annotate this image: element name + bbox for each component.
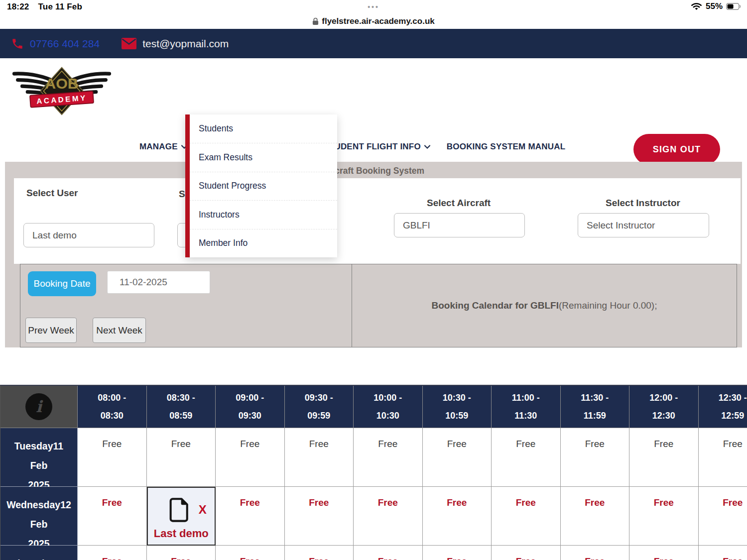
free-slot-cell[interactable]: Free [492, 546, 561, 560]
booked-by-label: Last demo [154, 527, 209, 540]
email-address: test@yopmail.com [142, 38, 229, 50]
booked-slot-cell[interactable]: XLast demo [147, 487, 216, 546]
day-header-cell: Wednesday12Feb2025 [0, 487, 78, 546]
free-slot-cell[interactable]: Free [216, 546, 285, 560]
envelope-icon [122, 38, 136, 49]
sign-out-button[interactable]: SIGN OUT [633, 134, 720, 165]
free-slot-cell[interactable]: Free [423, 546, 492, 560]
free-slot-cell[interactable]: Free [78, 546, 147, 560]
free-slot-cell[interactable]: Free [561, 487, 630, 546]
nav-item-student-flight-info[interactable]: STUDENT FLIGHT INFO [323, 142, 430, 152]
lock-icon [312, 17, 319, 25]
free-slot-cell[interactable]: Free [78, 428, 147, 487]
free-slot-cell[interactable]: Free [699, 428, 747, 487]
phone-link[interactable]: 07766 404 284 [11, 37, 100, 50]
academy-logo[interactable]: AOB ACADEMY [9, 66, 115, 115]
day-header-cell: Thursday13Feb2025 [0, 546, 78, 560]
free-slot-cell[interactable]: Free [561, 428, 630, 487]
booking-date-button[interactable]: Booking Date [28, 271, 96, 296]
date-controls-box: Booking Date 11-02-2025 Prev Week Next W… [20, 264, 352, 347]
nav-item-booking-system-manual[interactable]: BOOKING SYSTEM MANUAL [447, 142, 565, 152]
time-slot-header: 08:00 -08:30 [78, 386, 147, 428]
info-icon: i [25, 393, 52, 420]
contact-bar: 07766 404 284 test@yopmail.com [0, 29, 747, 58]
free-slot-cell[interactable]: Free [699, 546, 747, 560]
phone-icon [11, 37, 24, 50]
calendar-title-aircraft: Booking Calendar for GBLFI [432, 300, 559, 311]
free-slot-cell[interactable]: Free [492, 487, 561, 546]
select-instructor-label: Select Instructor [606, 198, 680, 209]
free-slot-cell[interactable]: Free [354, 487, 423, 546]
free-slot-cell[interactable]: Free [492, 428, 561, 487]
menu-item-exam-results[interactable]: Exam Results [190, 143, 337, 171]
safari-url-bar[interactable]: flyelstree.air-academy.co.uk [0, 14, 747, 29]
free-slot-cell[interactable]: Free [423, 428, 492, 487]
time-slot-header: 11:30 -11:59 [561, 386, 630, 428]
free-slot-cell[interactable]: Free [629, 428, 699, 487]
calendar-title-box: Booking Calendar for GBLFI(Remaining Hou… [352, 264, 737, 347]
free-slot-cell[interactable]: Free [216, 428, 285, 487]
wifi-icon [691, 2, 702, 11]
free-slot-cell[interactable]: Free [354, 546, 423, 560]
main-nav-bar: AOB ACADEMY MANAGE USER AIRCRAFT STUDENT… [0, 58, 747, 123]
cancel-booking-x[interactable]: X [199, 503, 207, 517]
free-slot-cell[interactable]: Free [285, 546, 354, 560]
booking-date-input[interactable]: 11-02-2025 [107, 271, 210, 294]
booking-calendar-table: i08:00 -08:3008:30 -08:5909:00 -09:3009:… [0, 385, 747, 560]
day-header-cell: Tuesday11Feb2025 [0, 428, 78, 487]
chevron-down-icon [424, 145, 430, 149]
booking-panel: Aircraft Booking System Select User Last… [5, 162, 742, 347]
menu-item-students[interactable]: Students [190, 114, 337, 143]
panel-heading: Aircraft Booking System [5, 166, 742, 176]
select-aircraft-label: Select Aircraft [427, 198, 491, 209]
info-header-cell: i [0, 386, 78, 428]
booking-document-icon [168, 497, 189, 523]
select-aircraft-input[interactable]: GBLFI [394, 213, 525, 237]
free-slot-cell[interactable]: Free [423, 487, 492, 546]
free-slot-cell[interactable]: Free [285, 428, 354, 487]
free-slot-cell[interactable]: Free [78, 487, 147, 546]
free-slot-cell[interactable]: Free [147, 546, 216, 560]
free-slot-cell[interactable]: Free [285, 487, 354, 546]
select-instructor-input[interactable]: Select Instructor [578, 213, 709, 237]
menu-item-student-progress[interactable]: Student Progress [190, 172, 337, 200]
window-dots: ••• [0, 3, 747, 11]
select-user-label: Select User [26, 188, 78, 199]
calendar-title-remaining: (Remaining Hour 0.00); [559, 300, 657, 311]
free-slot-cell[interactable]: Free [147, 428, 216, 487]
time-slot-header: 10:00 -10:30 [354, 386, 423, 428]
time-slot-header: 12:00 -12:30 [629, 386, 699, 428]
calendar-title: Booking Calendar for GBLFI(Remaining Hou… [352, 300, 737, 311]
free-slot-cell[interactable]: Free [629, 487, 699, 546]
menu-item-instructors[interactable]: Instructors [190, 200, 337, 228]
free-slot-cell[interactable]: Free [629, 546, 699, 560]
select-user-input[interactable]: Last demo [23, 223, 154, 247]
free-slot-cell[interactable]: Free [216, 487, 285, 546]
free-slot-cell[interactable]: Free [699, 487, 747, 546]
next-week-button[interactable]: Next Week [93, 318, 146, 343]
free-slot-cell[interactable]: Free [561, 546, 630, 560]
menu-item-member-info[interactable]: Member Info [190, 229, 337, 257]
time-slot-header: 12:30 -12:59 [699, 386, 747, 428]
time-slot-header: 10:30 -10:59 [423, 386, 492, 428]
time-slot-header: 08:30 -08:59 [147, 386, 216, 428]
url-host: flyelstree.air-academy.co.uk [322, 16, 434, 26]
time-slot-header: 09:30 -09:59 [285, 386, 354, 428]
phone-number: 07766 404 284 [30, 38, 100, 50]
free-slot-cell[interactable]: Free [354, 428, 423, 487]
battery-percent: 55% [706, 1, 723, 11]
user-dropdown-menu: Students Exam Results Student Progress I… [185, 114, 337, 257]
email-link[interactable]: test@yopmail.com [122, 38, 229, 50]
covered-label-fragment: S [179, 189, 185, 200]
time-slot-header: 11:00 -11:30 [492, 386, 561, 428]
nav-item-manage[interactable]: MANAGE [139, 142, 187, 152]
prev-week-button[interactable]: Prev Week [25, 318, 77, 343]
time-slot-header: 09:00 -09:30 [216, 386, 285, 428]
svg-text:AOB: AOB [45, 75, 78, 92]
ios-status-bar: 18:22Tue 11 Feb ••• 55% [0, 0, 747, 14]
battery-icon [726, 3, 741, 10]
